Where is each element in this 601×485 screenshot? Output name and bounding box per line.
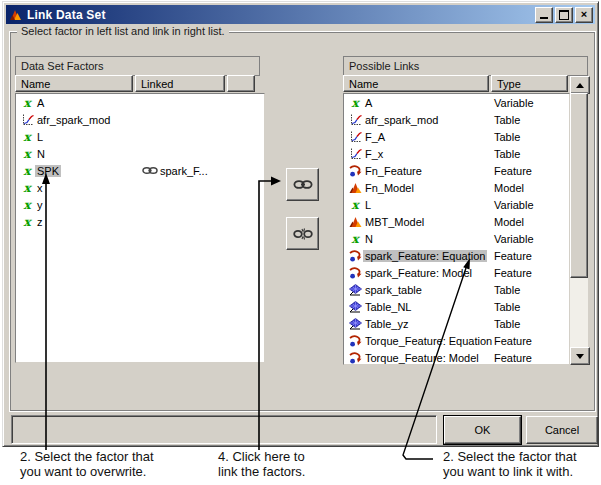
item-label: Torque_Feature: Model: [363, 352, 481, 364]
unlink-button[interactable]: [286, 217, 319, 250]
cancel-button[interactable]: Cancel: [526, 416, 598, 444]
close-icon: ×: [581, 9, 587, 20]
status-bar: [11, 415, 437, 444]
linked-cell: spark_F...: [140, 165, 208, 177]
variable-icon: x: [23, 148, 30, 160]
right-panel-title: Possible Links: [343, 56, 588, 76]
close-button[interactable]: ×: [575, 7, 593, 23]
list-item[interactable]: Table_NLTable: [344, 298, 569, 315]
table-2d-icon: [21, 114, 34, 126]
variable-icon: x: [23, 182, 30, 194]
minimize-button[interactable]: [535, 7, 553, 23]
list-item[interactable]: xNVariable: [344, 230, 569, 247]
table-3d-icon: [349, 318, 362, 330]
feature-icon: [349, 165, 362, 177]
list-item[interactable]: xx: [16, 179, 264, 196]
list-item[interactable]: xA: [16, 94, 264, 111]
left-column-header-stub: [227, 75, 255, 92]
type-cell: Feature: [494, 165, 532, 177]
list-item[interactable]: F_xTable: [344, 145, 569, 162]
feature-icon: [349, 335, 362, 347]
list-item[interactable]: afr_spark_mod: [16, 111, 264, 128]
type-cell: Table: [494, 301, 520, 313]
list-item[interactable]: xAVariable: [344, 94, 569, 111]
item-label: afr_spark_mod: [363, 114, 440, 126]
type-cell: Model: [494, 216, 524, 228]
feature-icon: [349, 352, 362, 364]
scrollbar-up-button[interactable]: [570, 76, 590, 94]
type-cell: Model: [494, 182, 524, 194]
link-data-set-dialog: Link Data Set × Select factor in left li…: [2, 1, 599, 447]
list-item[interactable]: afr_spark_modTable: [344, 111, 569, 128]
variable-icon: x: [351, 97, 358, 109]
selected-item-label: spark_Feature: Equation: [363, 250, 487, 262]
variable-icon: x: [23, 165, 30, 177]
left-column-header-name[interactable]: Name: [15, 75, 133, 92]
type-cell: Feature: [494, 250, 532, 262]
item-label: A: [363, 97, 374, 109]
variable-icon: x: [351, 233, 358, 245]
item-label: Torque_Feature: Equation: [363, 335, 494, 347]
callout-select-link-with: 2. Select the factor that you want to li…: [443, 449, 577, 479]
type-cell: Variable: [494, 233, 534, 245]
variable-icon: x: [23, 216, 30, 228]
item-label: y: [35, 199, 45, 211]
maximize-icon: [559, 10, 569, 20]
link-button[interactable]: [286, 168, 319, 201]
item-label: N: [35, 148, 47, 160]
arrow-up-icon: [576, 83, 584, 88]
variable-icon: x: [23, 199, 30, 211]
type-cell: Table: [494, 114, 520, 126]
list-item[interactable]: xL: [16, 128, 264, 145]
type-cell: Feature: [494, 352, 532, 364]
list-item[interactable]: Torque_Feature: EquationFeature: [344, 332, 569, 349]
item-label: afr_spark_mod: [35, 114, 112, 126]
chain-link-icon: [142, 166, 158, 175]
item-label: z: [35, 216, 45, 228]
list-item[interactable]: spark_Feature: ModelFeature: [344, 264, 569, 281]
list-item[interactable]: xy: [16, 196, 264, 213]
type-cell: Feature: [494, 335, 532, 347]
type-cell: Feature: [494, 267, 532, 279]
list-item[interactable]: Torque_Feature: ModelFeature: [344, 349, 569, 365]
scrollbar-down-button[interactable]: [570, 347, 590, 365]
list-item[interactable]: xSPKspark_F...: [16, 162, 264, 179]
list-item[interactable]: xN: [16, 145, 264, 162]
screenshot-root: Link Data Set × Select factor in left li…: [0, 0, 601, 485]
item-label: Table_yz: [363, 318, 410, 330]
title-bar[interactable]: Link Data Set ×: [6, 5, 595, 24]
model-icon: [349, 216, 362, 228]
item-label: Fn_Feature: [363, 165, 424, 177]
list-item[interactable]: spark_Feature: EquationFeature: [344, 247, 569, 264]
maximize-button[interactable]: [555, 7, 573, 23]
data-set-factors-list: xAafr_spark_modxLxNxSPKspark_F...xxxyxz: [15, 93, 265, 363]
list-item[interactable]: MBT_ModelModel: [344, 213, 569, 230]
minimize-icon: [540, 17, 548, 19]
list-item[interactable]: Fn_FeatureFeature: [344, 162, 569, 179]
list-item[interactable]: xz: [16, 213, 264, 230]
list-item[interactable]: Table_yzTable: [344, 315, 569, 332]
right-column-header-type[interactable]: Type: [491, 75, 568, 92]
list-item[interactable]: F_ATable: [344, 128, 569, 145]
groupbox-label: Select factor in left list and link in r…: [17, 25, 229, 37]
scrollbar-track[interactable]: [570, 278, 588, 347]
table-2d-icon: [349, 114, 362, 126]
table-3d-icon: [349, 284, 362, 296]
list-item[interactable]: xLVariable: [344, 196, 569, 213]
matlab-app-icon: [9, 8, 24, 22]
scrollbar-thumb[interactable]: [570, 93, 588, 278]
type-cell: Table: [494, 284, 520, 296]
item-label: Fn_Model: [363, 182, 416, 194]
item-label: F_x: [363, 148, 385, 160]
list-item[interactable]: spark_tableTable: [344, 281, 569, 298]
item-label: N: [363, 233, 375, 245]
table-3d-icon: [349, 301, 362, 313]
left-column-header-linked[interactable]: Linked: [135, 75, 225, 92]
window-title: Link Data Set: [27, 8, 533, 22]
list-item[interactable]: Fn_ModelModel: [344, 179, 569, 196]
ok-button[interactable]: OK: [444, 416, 521, 444]
callout-select-overwrite: 2. Select the factor that you want to ov…: [20, 449, 154, 479]
possible-links-list: xAVariableafr_spark_modTableF_ATableF_xT…: [343, 93, 570, 365]
item-label: Table_NL: [363, 301, 413, 313]
right-column-header-name[interactable]: Name: [343, 75, 489, 92]
